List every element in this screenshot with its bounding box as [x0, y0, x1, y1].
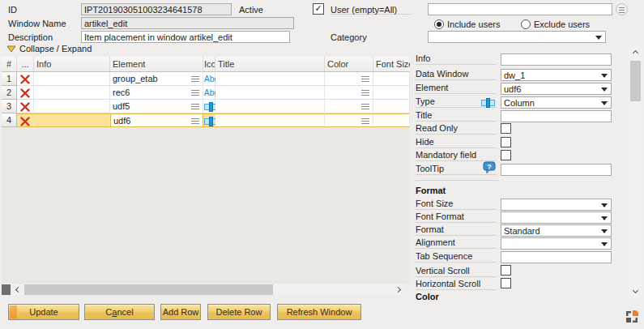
row-number[interactable]: 1	[2, 72, 17, 86]
icon-cell[interactable]: Abc	[203, 86, 215, 100]
color-picker-icon[interactable]	[361, 104, 369, 109]
format-dropdown[interactable]: Standard	[501, 224, 612, 237]
mandatory-checkbox[interactable]	[501, 150, 511, 160]
col-header-font-size: Font Size	[373, 57, 410, 71]
scroll-up-button[interactable]	[630, 46, 641, 58]
type-dropdown[interactable]: Column	[501, 96, 612, 109]
id-field	[81, 3, 232, 15]
title-cell[interactable]	[215, 86, 325, 100]
element-cell[interactable]: group_etab	[110, 72, 203, 86]
font-size-cell[interactable]	[373, 72, 410, 86]
table-row[interactable]: 3 udf5	[2, 100, 410, 113]
row-number[interactable]: 3	[2, 100, 17, 113]
description-input[interactable]	[81, 31, 290, 43]
scroll-down-button[interactable]	[630, 286, 641, 297]
exclude-users-label: Exclude users	[534, 19, 590, 29]
vertical-scrollbar[interactable]	[629, 46, 642, 298]
color-cell[interactable]	[325, 86, 373, 100]
delete-row-icon[interactable]	[17, 113, 34, 127]
user-label: User (empty=All)	[331, 3, 412, 15]
icon-cell[interactable]	[203, 100, 215, 113]
col-header-num: #	[2, 57, 17, 71]
color-section-header: Color	[416, 292, 439, 301]
font-size-cell[interactable]	[373, 113, 410, 127]
hide-checkbox[interactable]	[501, 137, 511, 147]
details-icon[interactable]	[191, 118, 199, 124]
format-label: Format	[416, 224, 497, 236]
splitter-handle[interactable]	[2, 284, 11, 295]
element-cell[interactable]: udf5	[110, 100, 203, 113]
color-cell[interactable]	[325, 72, 373, 86]
data-window-dropdown[interactable]: dw_1	[501, 69, 612, 81]
horizontal-scrollbar[interactable]	[23, 284, 394, 295]
delete-row-button[interactable]: Delete Row	[207, 304, 271, 320]
alignment-label: Alignment	[416, 237, 497, 249]
font-format-label: Font Format	[416, 212, 497, 223]
color-cell[interactable]	[325, 100, 373, 113]
details-icon[interactable]	[191, 76, 199, 82]
delete-row-icon[interactable]	[17, 72, 34, 86]
scroll-left-button[interactable]	[12, 284, 23, 295]
window-name-field	[81, 17, 294, 29]
font-size-cell[interactable]	[373, 100, 410, 113]
update-button[interactable]: Update	[8, 304, 79, 320]
title-cell[interactable]	[215, 113, 325, 127]
icon-cell[interactable]: Abc	[203, 72, 215, 86]
read-only-checkbox[interactable]	[501, 123, 511, 134]
resize-grip-icon[interactable]	[625, 310, 638, 323]
font-size-dropdown[interactable]	[501, 199, 612, 211]
id-label: ID	[8, 5, 17, 15]
chevron-down-icon	[595, 36, 602, 40]
alignment-dropdown[interactable]	[501, 237, 612, 250]
user-list-icon[interactable]	[616, 3, 628, 15]
scrollbar-thumb[interactable]	[630, 61, 641, 101]
tab-sequence-input[interactable]	[501, 251, 612, 263]
panel-title-input[interactable]	[501, 110, 612, 122]
user-input[interactable]	[428, 3, 612, 15]
panel-info-input[interactable]	[501, 53, 612, 66]
row-number[interactable]: 2	[2, 86, 17, 100]
table-row[interactable]: 2 rec6 Abc	[2, 86, 410, 100]
element-cell-focused[interactable]: udf6	[110, 113, 203, 127]
title-cell[interactable]	[215, 72, 325, 86]
delete-row-icon[interactable]	[17, 100, 34, 113]
font-format-dropdown[interactable]	[501, 212, 612, 224]
info-cell[interactable]	[34, 72, 110, 86]
collapse-expand-link[interactable]: Collapse / Expand	[19, 44, 92, 53]
scroll-right-button[interactable]	[394, 284, 404, 295]
active-checkbox[interactable]: ✓	[313, 3, 324, 15]
tooltip-bubble-icon: ?	[483, 161, 497, 175]
scrollbar-thumb[interactable]	[24, 284, 273, 295]
color-cell[interactable]	[325, 113, 373, 127]
element-cell[interactable]: rec6	[110, 86, 203, 100]
col-header-info: Info	[34, 57, 110, 71]
details-icon[interactable]	[191, 90, 199, 96]
row-number[interactable]: 4	[2, 113, 17, 127]
font-size-cell[interactable]	[373, 86, 410, 100]
color-picker-icon[interactable]	[361, 90, 369, 96]
exclude-users-radio[interactable]	[521, 19, 531, 29]
refresh-window-button[interactable]: Refresh Window	[277, 304, 361, 320]
column-type-icon	[481, 98, 495, 108]
color-picker-icon[interactable]	[361, 118, 369, 124]
include-users-radio[interactable]	[434, 19, 444, 29]
category-dropdown[interactable]	[428, 31, 606, 43]
color-picker-icon[interactable]	[361, 76, 369, 82]
chevron-down-icon	[601, 203, 608, 207]
window-name-label: Window Name	[8, 19, 66, 28]
vertical-scroll-checkbox[interactable]	[501, 265, 511, 276]
info-cell[interactable]	[34, 113, 110, 127]
table-row[interactable]: 1 group_etab Abc	[2, 72, 410, 86]
add-row-button[interactable]: Add Row	[160, 304, 201, 320]
element-dropdown[interactable]: udf6	[501, 83, 612, 95]
info-cell[interactable]	[34, 100, 110, 113]
delete-row-icon[interactable]	[17, 86, 34, 100]
icon-cell[interactable]	[203, 113, 215, 127]
cancel-button[interactable]: Cancel	[84, 304, 155, 320]
table-row-selected[interactable]: 4 udf6	[2, 113, 410, 127]
details-icon[interactable]	[191, 104, 199, 109]
horizontal-scroll-checkbox[interactable]	[501, 278, 511, 288]
title-cell[interactable]	[215, 100, 325, 113]
tooltip-input[interactable]	[501, 164, 612, 176]
info-cell[interactable]	[34, 86, 110, 100]
